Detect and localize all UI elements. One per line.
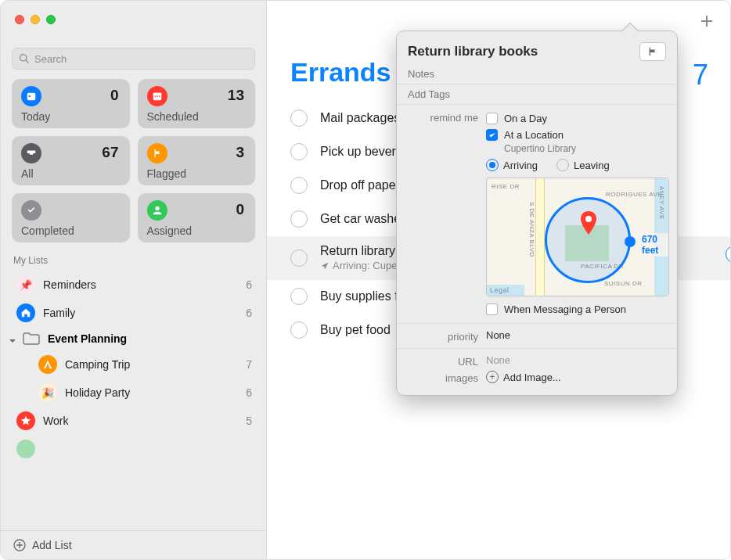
smartlist-completed[interactable]: Completed	[12, 193, 130, 242]
priority-value[interactable]: None	[486, 329, 666, 341]
search-input[interactable]	[34, 53, 248, 65]
complete-toggle[interactable]	[290, 109, 308, 127]
flag-icon	[647, 46, 658, 57]
new-reminder-button[interactable]	[699, 13, 715, 32]
arriving-radio[interactable]: Arriving	[486, 159, 538, 171]
list-partial[interactable]	[1, 435, 266, 463]
remind-me-label: remind me	[408, 110, 486, 124]
scheduled-count: 13	[228, 87, 244, 104]
flag-button[interactable]	[639, 42, 666, 61]
tent-icon	[42, 359, 53, 370]
checkmark-icon	[26, 205, 37, 216]
map-pin-icon	[579, 211, 598, 230]
sidebar: 0 Today 13 Scheduled 67 All 3 Flagged Co…	[1, 1, 267, 559]
list-family[interactable]: Family 6	[1, 299, 266, 327]
url-label: URL	[408, 354, 486, 368]
complete-toggle[interactable]	[290, 321, 308, 339]
svg-point-7	[155, 206, 159, 210]
svg-point-9	[585, 216, 592, 222]
folder-event-planning[interactable]: Event Planning	[1, 327, 266, 350]
complete-toggle[interactable]	[290, 177, 308, 194]
house-icon	[20, 307, 31, 318]
complete-toggle[interactable]	[290, 249, 308, 267]
add-list-label: Add List	[32, 539, 72, 551]
smartlist-today[interactable]: 0 Today	[12, 79, 130, 128]
add-image-button[interactable]: + Add Image...	[486, 371, 666, 383]
folder-icon	[23, 332, 40, 346]
assigned-label: Assigned	[147, 224, 247, 237]
reminder-title: Mail packages	[320, 111, 400, 125]
images-label: images	[408, 371, 486, 384]
svg-point-6	[158, 95, 160, 97]
list-total-count: 7	[693, 59, 708, 92]
location-map[interactable]: RISE DR S DE ANZA BLVD RODRIGUES AVE PAC…	[486, 178, 669, 296]
location-arrow-icon	[320, 261, 329, 271]
smartlist-flagged[interactable]: 3 Flagged	[138, 136, 256, 185]
calendar-icon	[26, 91, 37, 102]
list-camping-trip[interactable]: Camping Trip 7	[1, 350, 266, 379]
leaving-radio[interactable]: Leaving	[556, 159, 610, 171]
list-name: Work	[43, 415, 246, 427]
completed-label: Completed	[21, 224, 121, 237]
scheduled-label: Scheduled	[147, 110, 247, 123]
add-list-button[interactable]: Add List	[1, 530, 266, 559]
complete-toggle[interactable]	[290, 288, 308, 305]
star-icon	[20, 415, 31, 426]
mylists-header: My Lists	[1, 252, 266, 271]
smartlist-scheduled[interactable]: 13 Scheduled	[138, 79, 256, 128]
complete-toggle[interactable]	[290, 143, 308, 160]
smartlist-all[interactable]: 67 All	[12, 136, 130, 185]
folder-name: Event Planning	[48, 332, 252, 345]
window-close-button[interactable]	[15, 15, 24, 24]
chevron-down-icon	[9, 335, 16, 343]
svg-point-4	[154, 95, 156, 97]
when-messaging-checkbox[interactable]: When Messaging a Person	[486, 301, 669, 318]
list-name: Camping Trip	[65, 358, 246, 371]
at-location-checkbox[interactable]: At a Location	[486, 127, 669, 143]
smartlist-assigned[interactable]: 0 Assigned	[138, 193, 256, 242]
priority-label: priority	[408, 329, 486, 343]
location-name: Cupertino Library	[504, 143, 669, 154]
list-holiday-party[interactable]: 🎉 Holiday Party 6	[1, 379, 266, 407]
person-icon	[152, 205, 163, 216]
list-work[interactable]: Work 5	[1, 407, 266, 435]
geofence-circle	[545, 197, 631, 283]
window-zoom-button[interactable]	[46, 15, 56, 24]
on-a-day-checkbox[interactable]: On a Day	[486, 110, 669, 127]
info-button[interactable]: i	[726, 246, 731, 263]
reminder-details-popover: Return library books remind me On a Day …	[396, 31, 678, 396]
calendar-icon	[152, 91, 163, 102]
list-name: Family	[43, 307, 246, 319]
flagged-label: Flagged	[147, 167, 247, 180]
list-name: Reminders	[43, 278, 246, 291]
svg-rect-0	[27, 93, 36, 101]
plus-circle-icon: +	[486, 371, 499, 383]
reminder-title: Get car washed	[320, 212, 408, 226]
notes-field[interactable]	[408, 68, 666, 80]
svg-rect-3	[153, 93, 161, 95]
all-count: 67	[102, 144, 118, 161]
flag-icon	[152, 148, 163, 159]
reminder-title: Buy pet food	[320, 323, 391, 337]
svg-point-5	[157, 95, 158, 97]
assigned-count: 0	[236, 201, 244, 218]
list-reminders[interactable]: 📌 Reminders 6	[1, 271, 266, 299]
url-value[interactable]: None	[486, 354, 666, 366]
tags-field[interactable]	[408, 88, 666, 100]
list-count: 5	[246, 415, 252, 427]
today-count: 0	[110, 87, 119, 104]
svg-rect-1	[29, 95, 31, 97]
list-count: 6	[246, 278, 252, 291]
window-minimize-button[interactable]	[31, 15, 40, 24]
plus-icon	[699, 13, 715, 29]
list-count: 7	[246, 358, 252, 371]
checkmark-icon	[488, 131, 496, 139]
radius-handle[interactable]	[625, 236, 636, 247]
search-field[interactable]	[12, 48, 255, 70]
complete-toggle[interactable]	[290, 210, 308, 228]
popover-title[interactable]: Return library books	[408, 44, 633, 59]
tray-icon	[26, 148, 37, 159]
list-count: 6	[246, 386, 252, 399]
plus-circle-icon	[13, 539, 26, 551]
today-label: Today	[21, 110, 121, 123]
